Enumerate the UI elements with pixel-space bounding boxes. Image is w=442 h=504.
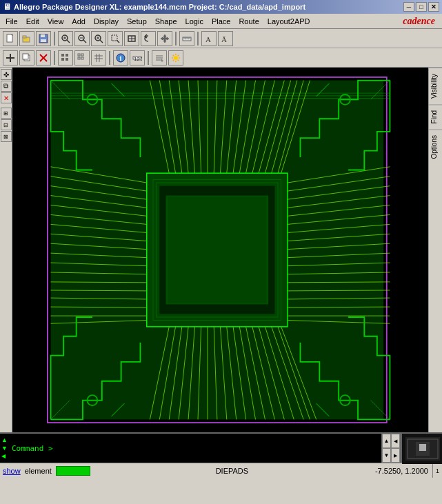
new-button[interactable] — [3, 31, 18, 46]
delete-button[interactable] — [36, 50, 51, 65]
zoom-in-button[interactable] — [91, 31, 106, 46]
svg-rect-5 — [41, 39, 46, 42]
lt-grid2[interactable]: ⊟ — [1, 119, 12, 130]
menu-setup[interactable]: Setup — [123, 16, 151, 27]
cadence-logo: cadence — [403, 16, 441, 27]
svg-line-62 — [178, 59, 179, 60]
menu-add[interactable]: Add — [68, 16, 90, 27]
svg-text:A: A — [205, 35, 211, 43]
title-controls[interactable]: ─ □ ✕ — [403, 2, 439, 12]
ruler-button[interactable] — [179, 31, 194, 46]
lt-copy[interactable]: ⧉ — [1, 81, 12, 92]
menu-view[interactable]: View — [43, 16, 68, 27]
separator-1 — [54, 32, 55, 46]
save-button[interactable] — [36, 31, 51, 46]
text2-button[interactable]: Ā — [218, 31, 233, 46]
svg-rect-34 — [23, 54, 28, 59]
pan-button[interactable] — [157, 31, 172, 46]
menu-shape[interactable]: Shape — [151, 16, 181, 27]
svg-rect-2 — [23, 36, 26, 38]
command-area: ▲ ▼ ◀ Command > ▲ ▼ ◀ ▶ — [0, 432, 442, 463]
svg-rect-37 — [61, 54, 64, 57]
toolbar-1: A Ā — [0, 29, 442, 48]
menu-display[interactable]: Display — [90, 16, 123, 27]
mini-map-nav: ◀ ▶ — [391, 434, 401, 463]
zoom-in-center-button[interactable] — [58, 31, 73, 46]
sun-button[interactable] — [168, 50, 183, 65]
svg-rect-159 — [168, 196, 266, 303]
zoom-area-button[interactable] — [108, 31, 123, 46]
nav-right[interactable]: ▶ — [391, 448, 400, 463]
zoom-prev-button[interactable] — [141, 31, 156, 46]
svg-rect-4 — [41, 34, 45, 37]
visibility-tab[interactable]: Visibility — [429, 68, 442, 104]
scroll-down-arrow[interactable]: ▼ — [382, 448, 391, 463]
menu-place[interactable]: Place — [208, 16, 235, 27]
measure-button[interactable]: 123 — [130, 50, 145, 65]
options-tab[interactable]: Options — [429, 129, 442, 164]
diepads-label: DIEPADS — [93, 467, 371, 475]
svg-rect-44 — [81, 57, 83, 59]
separator-6 — [148, 51, 149, 65]
separator-4 — [54, 51, 55, 65]
lt-grid3[interactable]: ⊠ — [1, 131, 12, 142]
lt-select[interactable]: ✜ — [1, 69, 12, 80]
canvas-area[interactable] — [12, 68, 428, 432]
zoom-fit-button[interactable] — [124, 31, 139, 46]
status-color-indicator — [56, 466, 90, 476]
command-input-area[interactable]: Command > — [9, 434, 381, 463]
title-text: 🖥 Allegro Package Designer XL: example14… — [3, 2, 305, 12]
svg-marker-22 — [161, 34, 169, 43]
menu-layout2apd[interactable]: Layout2APD — [263, 16, 314, 27]
svg-line-63 — [178, 54, 179, 55]
lt-grid1[interactable]: ⊞ — [1, 108, 12, 119]
scroll-up-arrow[interactable]: ▲ — [382, 434, 391, 448]
svg-rect-0 — [7, 34, 12, 42]
menu-logic[interactable]: Logic — [181, 16, 208, 27]
find-tab[interactable]: Find — [429, 104, 442, 129]
minimize-button[interactable]: ─ — [403, 2, 414, 12]
svg-line-64 — [173, 59, 174, 60]
command-arrow-up[interactable]: ▲ — [1, 436, 8, 444]
command-arrow-down[interactable]: ▼ — [1, 444, 8, 452]
copy-button[interactable] — [19, 50, 34, 65]
zoom-out-button[interactable] — [74, 31, 90, 46]
title-bar: 🖥 Allegro Package Designer XL: example14… — [0, 0, 442, 14]
svg-rect-17 — [112, 35, 117, 41]
menu-route[interactable]: Route — [234, 16, 263, 27]
command-prompt: Command > — [9, 444, 56, 453]
grid1-button[interactable] — [58, 50, 73, 65]
svg-line-18 — [117, 40, 119, 43]
svg-text:i: i — [120, 54, 122, 62]
grid3-button[interactable] — [91, 50, 106, 65]
title-label: Allegro Package Designer XL: example144.… — [14, 3, 305, 11]
info-button[interactable]: i — [113, 50, 128, 65]
command-scroll: ▲ ▼ — [381, 434, 391, 463]
svg-line-7 — [67, 40, 70, 43]
coordinates-display: -7.5250, 1.2000 — [371, 467, 432, 475]
separator-5 — [109, 51, 110, 65]
status-bar: show element DIEPADS -7.5250, 1.2000 1 — [0, 463, 442, 478]
toolbar-2: i 123 — [0, 48, 442, 68]
separator-2 — [175, 32, 177, 46]
svg-rect-43 — [78, 57, 80, 59]
menu-file[interactable]: File — [1, 16, 22, 27]
close-button[interactable]: ✕ — [428, 2, 439, 12]
status-indicator: 1 — [432, 463, 442, 478]
maximize-button[interactable]: □ — [416, 2, 427, 12]
show-link[interactable]: show — [0, 467, 23, 475]
nav-left[interactable]: ◀ — [391, 434, 400, 448]
command-arrow-left[interactable]: ◀ — [1, 452, 8, 461]
element-label: element — [23, 467, 53, 475]
command-input[interactable] — [56, 434, 381, 463]
open-button[interactable] — [19, 31, 34, 46]
svg-line-14 — [100, 40, 103, 43]
prop1-button[interactable] — [152, 50, 167, 65]
lt-delete[interactable]: ✕ — [1, 92, 12, 103]
pcb-canvas — [12, 68, 428, 432]
select-button[interactable] — [3, 50, 18, 65]
text1-button[interactable]: A — [201, 31, 217, 46]
grid2-button[interactable] — [74, 50, 90, 65]
menu-edit[interactable]: Edit — [22, 16, 43, 27]
svg-line-11 — [83, 40, 86, 43]
